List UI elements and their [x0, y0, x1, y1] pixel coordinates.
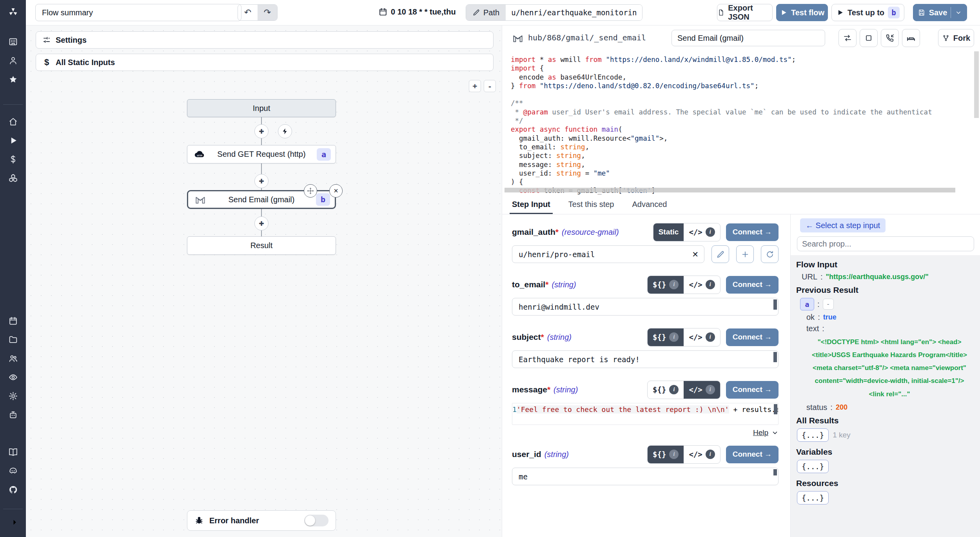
- mode-template[interactable]: ${}i: [648, 328, 684, 346]
- chevron-down-icon[interactable]: [955, 9, 962, 16]
- user-id-input[interactable]: [518, 472, 773, 481]
- field-label: gmail_auth: [512, 227, 555, 236]
- sidebar-item-groups[interactable]: [5, 350, 21, 366]
- code-editor[interactable]: import * as wmill from "https://deno.lan…: [502, 51, 980, 195]
- mode-code[interactable]: </>i: [684, 381, 720, 399]
- connect-button[interactable]: Connect →: [726, 446, 779, 463]
- redo-button[interactable]: ↷: [258, 5, 277, 20]
- add-step-button[interactable]: ✚: [254, 174, 269, 188]
- sidebar-item-workspace[interactable]: [5, 34, 21, 49]
- export-json-button[interactable]: Export JSON: [717, 4, 773, 21]
- gmail-auth-input[interactable]: [518, 250, 692, 259]
- mode-static[interactable]: Static: [653, 223, 684, 241]
- delete-step-button[interactable]: ✕: [329, 184, 343, 198]
- sidebar-item-variables[interactable]: [5, 151, 21, 167]
- collapse-button[interactable]: -: [823, 299, 834, 310]
- step-input-props-panel: ← Select a step input Flow Input URL : "…: [791, 214, 980, 537]
- sidebar-item-github[interactable]: [5, 482, 21, 497]
- step-a-badge[interactable]: a: [800, 298, 814, 310]
- fork-button[interactable]: Fork: [938, 29, 974, 47]
- tab-step-input[interactable]: Step Input: [512, 195, 550, 214]
- tab-advanced[interactable]: Advanced: [632, 195, 667, 214]
- add-resource-button[interactable]: [736, 245, 754, 263]
- prop-row-ok[interactable]: ok : true: [806, 313, 976, 322]
- prop-value-text-block[interactable]: "<!DOCTYPE html> <html lang="en"> <head>…: [807, 336, 972, 401]
- flow-node-result[interactable]: Result: [187, 236, 336, 255]
- prop-row-status[interactable]: status : 200: [806, 403, 976, 412]
- suspend-button[interactable]: [881, 29, 899, 47]
- connect-button[interactable]: Connect →: [726, 223, 779, 241]
- sidebar-item-runs[interactable]: [5, 132, 21, 148]
- test-up-to-button[interactable]: Test up to b: [831, 4, 904, 21]
- connect-button[interactable]: Connect →: [726, 276, 779, 294]
- prop-row-text[interactable]: text :: [806, 324, 976, 333]
- mode-code[interactable]: </>i: [684, 223, 720, 241]
- sidebar-item-discord[interactable]: [5, 463, 21, 479]
- windmill-logo-icon[interactable]: [5, 4, 21, 20]
- undo-button[interactable]: ↶: [238, 5, 258, 20]
- sidebar-item-settings[interactable]: [5, 388, 21, 404]
- to-email-input[interactable]: [518, 302, 773, 312]
- sidebar-item-schedules[interactable]: [5, 313, 21, 328]
- select-step-input-chip[interactable]: ← Select a step input: [800, 218, 886, 232]
- info-icon: i: [706, 332, 715, 342]
- context-tree: Flow Input URL : "https://earthquake.usg…: [791, 255, 980, 537]
- save-button[interactable]: Save: [913, 4, 967, 21]
- sidebar-item-favorites[interactable]: [5, 71, 21, 87]
- message-expression-editor[interactable]: 1 'Feel free to check out the latest rep…: [512, 403, 779, 425]
- expand-sidebar-button[interactable]: [5, 514, 21, 530]
- add-step-button[interactable]: ✚: [254, 124, 269, 138]
- add-step-button[interactable]: ✚: [254, 216, 269, 230]
- error-handler-toggle[interactable]: [304, 515, 328, 526]
- sidebar-item-home[interactable]: [5, 114, 21, 129]
- mode-code[interactable]: </>i: [684, 446, 720, 463]
- retries-button[interactable]: [838, 29, 857, 47]
- refresh-resource-button[interactable]: [761, 245, 779, 263]
- sidebar-item-audit-logs[interactable]: [5, 369, 21, 385]
- mode-code[interactable]: </>i: [684, 276, 720, 294]
- expand-object-button[interactable]: {...}: [797, 460, 829, 473]
- clear-icon[interactable]: ✕: [692, 250, 699, 259]
- flow-node-http[interactable]: HTTP Send GET Request (http) a: [187, 145, 336, 163]
- connect-button[interactable]: Connect →: [726, 381, 779, 399]
- sidebar-item-docs[interactable]: [5, 444, 21, 460]
- mode-template[interactable]: ${}i: [648, 381, 684, 399]
- prop-row-url[interactable]: URL : "https://earthquake.usgs.gov/": [802, 272, 976, 281]
- play-icon: [780, 9, 788, 16]
- early-stop-button[interactable]: [860, 29, 878, 47]
- edit-resource-button[interactable]: [711, 245, 729, 263]
- expand-object-button[interactable]: {...}: [797, 428, 829, 442]
- error-handler-bar[interactable]: Error handler: [187, 510, 336, 531]
- test-flow-button[interactable]: Test flow: [776, 4, 828, 21]
- mode-template[interactable]: ${}i: [648, 446, 684, 463]
- move-step-handle[interactable]: [304, 184, 317, 198]
- edit-path-button[interactable]: Path: [466, 5, 506, 20]
- flow-settings-bar[interactable]: Settings: [36, 31, 494, 49]
- mode-template[interactable]: ${}i: [648, 276, 684, 294]
- subject-input[interactable]: [518, 355, 773, 364]
- horizontal-scrollbar[interactable]: [505, 188, 955, 192]
- step-name-input[interactable]: [671, 30, 825, 46]
- script-hub-path[interactable]: hub/868/gmail/_send_email: [528, 33, 646, 42]
- mode-code[interactable]: </>i: [684, 328, 720, 346]
- flow-path-value[interactable]: u/henri/earthquake_monitorin: [506, 5, 642, 20]
- tab-test-this-step[interactable]: Test this step: [568, 195, 614, 214]
- expand-object-button[interactable]: {...}: [797, 491, 829, 504]
- flow-node-input[interactable]: Input: [187, 99, 336, 117]
- sleep-button[interactable]: [902, 29, 920, 47]
- sidebar-item-user[interactable]: [5, 53, 21, 68]
- all-static-inputs-bar[interactable]: $ All Static Inputs: [36, 54, 494, 71]
- sidebar-item-workers[interactable]: [5, 407, 21, 423]
- vertical-scrollbar[interactable]: [974, 51, 979, 118]
- zoom-in-button[interactable]: +: [469, 80, 481, 92]
- search-prop-input[interactable]: [797, 236, 974, 251]
- connect-button[interactable]: Connect →: [726, 328, 779, 346]
- sidebar-item-folders[interactable]: [5, 332, 21, 347]
- sidebar-item-resources[interactable]: [5, 170, 21, 186]
- help-link[interactable]: Help: [753, 428, 768, 437]
- zoom-out-button[interactable]: -: [484, 80, 496, 92]
- flow-summary-input[interactable]: [35, 4, 241, 21]
- trigger-bolt-button[interactable]: [278, 124, 292, 138]
- boxes-icon: [8, 173, 18, 183]
- schedule-summary[interactable]: 0 10 18 * * tue,thu: [378, 7, 456, 16]
